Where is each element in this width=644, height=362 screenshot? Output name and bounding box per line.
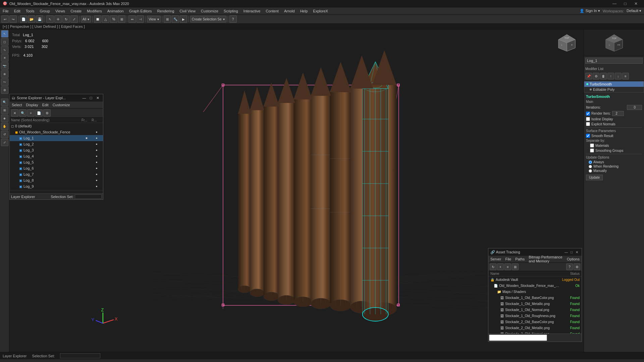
menu-item-scripting[interactable]: Scripting bbox=[221, 7, 241, 15]
titlebar-controls[interactable]: — □ ✕ bbox=[609, 0, 641, 7]
arc-rotate-button[interactable]: ↺ bbox=[1, 131, 8, 138]
menu-item-edit[interactable]: Edit bbox=[11, 7, 23, 15]
at-row[interactable]: 🔒Autodesk VaultLogged Out bbox=[488, 277, 582, 283]
se-row-log_7[interactable]: ▣Log_7● bbox=[10, 171, 103, 177]
se-menu-edit[interactable]: Edit bbox=[40, 102, 51, 108]
at-list-view-button[interactable]: ≡ bbox=[504, 263, 511, 270]
ts-isoline-checkbox[interactable] bbox=[586, 117, 590, 121]
ts-smoothing-groups-checkbox[interactable] bbox=[590, 148, 594, 153]
ts-render-iters-input[interactable] bbox=[612, 111, 624, 116]
at-grid-view-button[interactable]: ⊞ bbox=[512, 263, 519, 270]
right-panel-cube[interactable]: TOP FR L bbox=[584, 29, 644, 56]
ts-explicit-checkbox[interactable] bbox=[586, 122, 590, 126]
at-row[interactable]: 🖼Stockade_1_Old_Metallic.pngFound bbox=[488, 301, 582, 307]
ts-always-radio[interactable] bbox=[589, 161, 592, 164]
at-settings-button[interactable]: ⚙ bbox=[574, 263, 580, 270]
ts-render-iters-checkbox[interactable] bbox=[586, 112, 590, 116]
pan-button[interactable]: ✋ bbox=[1, 123, 8, 130]
se-row-0-(default)[interactable]: ◻0 (default) bbox=[10, 123, 103, 129]
angle-snap-button[interactable]: △ bbox=[102, 15, 109, 23]
asset-tracking-list[interactable]: 🔒Autodesk VaultLogged Out📄Old_Wooden_Sto… bbox=[488, 277, 582, 334]
close-button[interactable]: ✕ bbox=[631, 0, 641, 7]
create-spacewarps-button[interactable]: 〜 bbox=[1, 78, 8, 86]
rotate-button[interactable]: ↻ bbox=[62, 15, 70, 23]
at-close-button[interactable]: ✕ bbox=[574, 249, 580, 255]
menu-item-customize[interactable]: Customize bbox=[198, 7, 221, 15]
save-button[interactable]: 💾 bbox=[36, 15, 43, 23]
se-row-log_4[interactable]: ▣Log_4● bbox=[10, 153, 103, 159]
se-add-object-button[interactable]: 📄 bbox=[35, 109, 43, 117]
at-row[interactable]: 🖼Stockade_2_Old_Metallic.pngFound bbox=[488, 325, 582, 331]
spinner-snap-button[interactable]: ⊞ bbox=[118, 15, 125, 23]
menu-item-create[interactable]: Create bbox=[68, 7, 84, 15]
ts-when-rendering-radio[interactable] bbox=[589, 165, 592, 168]
at-row[interactable]: 🖼Stockade_1_Old_Normal.pngFound bbox=[488, 307, 582, 313]
at-menu-bitmap-performance-and-memory[interactable]: Bitmap Performance and Memory bbox=[527, 256, 565, 262]
snap-toggle-button[interactable]: 🔲 bbox=[94, 15, 101, 23]
menu-item-content[interactable]: Content bbox=[263, 7, 281, 15]
undo-button[interactable]: ↩ bbox=[1, 15, 9, 23]
new-button[interactable]: 📄 bbox=[20, 15, 27, 23]
asset-tracking-titlebar[interactable]: 🔗 Asset Tracking — □ ✕ bbox=[488, 248, 582, 256]
sign-in-button[interactable]: 👤 Sign In ▾ bbox=[580, 9, 600, 13]
move-button[interactable]: ✛ bbox=[54, 15, 62, 23]
create-shapes-button[interactable]: ∿ bbox=[1, 46, 8, 54]
at-search-input[interactable] bbox=[489, 335, 547, 341]
at-minimize-button[interactable]: — bbox=[564, 249, 569, 255]
se-minimize-button[interactable]: — bbox=[81, 94, 88, 102]
se-menu-select[interactable]: Select bbox=[10, 102, 24, 108]
se-row-log_6[interactable]: ▣Log_6● bbox=[10, 165, 103, 171]
nav-cube[interactable]: TOP R L bbox=[557, 33, 577, 54]
at-controls[interactable]: — □ ✕ bbox=[564, 249, 580, 255]
at-row[interactable]: 📁Maps / Shaders bbox=[488, 289, 582, 295]
field-of-view-button[interactable]: ◈ bbox=[1, 115, 8, 122]
menu-item-modifiers[interactable]: Modifiers bbox=[84, 7, 105, 15]
workspaces-dropdown[interactable]: Default ▾ bbox=[627, 9, 641, 13]
ts-iterations-input[interactable] bbox=[627, 105, 642, 110]
scene-explorer-list[interactable]: ◻0 (default)◼Old_Wooden_Stockade_Fence●▣… bbox=[10, 123, 103, 190]
select-filter-dropdown[interactable]: All ▾ bbox=[81, 16, 91, 22]
menu-item-group[interactable]: Group bbox=[37, 7, 53, 15]
select-button[interactable]: ↖ bbox=[46, 15, 54, 23]
open-button[interactable]: 📂 bbox=[28, 15, 35, 23]
menu-item-tools[interactable]: Tools bbox=[23, 7, 37, 15]
minimize-button[interactable]: — bbox=[609, 0, 620, 7]
modifier-extra-button[interactable]: ≡ bbox=[622, 73, 629, 79]
align-button[interactable]: ⊣ bbox=[137, 15, 144, 23]
at-add-button[interactable]: + bbox=[497, 263, 504, 270]
render-button[interactable]: ▶ bbox=[180, 15, 187, 23]
modifier-settings-button[interactable]: ⚙ bbox=[593, 73, 599, 79]
at-row[interactable]: 🖼Stockade_2_Old_Normal.pngFound bbox=[488, 331, 582, 334]
create-systems-button[interactable]: ⚙ bbox=[1, 86, 8, 94]
se-row-log_1[interactable]: ▣Log_1■● bbox=[10, 135, 103, 141]
se-settings-button[interactable]: ⚙ bbox=[43, 109, 51, 117]
layer-button[interactable]: ⊞ bbox=[164, 15, 171, 23]
at-maximize-button[interactable]: □ bbox=[569, 249, 574, 255]
turbosmooth-modifier-item[interactable]: TurboSmooth bbox=[584, 81, 644, 87]
menu-item-help[interactable]: Help bbox=[298, 7, 311, 15]
create-cameras-button[interactable]: 📷 bbox=[1, 62, 8, 70]
pin-modifier-button[interactable]: 📌 bbox=[585, 73, 592, 79]
se-row-log_9[interactable]: ▣Log_9● bbox=[10, 183, 103, 189]
at-menu-paths[interactable]: Paths bbox=[513, 256, 527, 262]
scene-explorer-titlebar[interactable]: 🗂 Scene Explorer - Layer Expl... — □ ✕ bbox=[10, 94, 103, 102]
se-close-button[interactable]: ✕ bbox=[94, 94, 101, 102]
se-maximize-button[interactable]: □ bbox=[88, 94, 94, 102]
mirror-button[interactable]: ⇔ bbox=[128, 15, 136, 23]
menu-item-animation[interactable]: Animation bbox=[105, 7, 126, 15]
at-menu-server[interactable]: Server bbox=[488, 256, 503, 262]
maximize-button[interactable]: □ bbox=[620, 0, 631, 7]
at-help-button[interactable]: ? bbox=[566, 263, 573, 270]
at-menu-file[interactable]: File bbox=[503, 256, 513, 262]
zoom-button[interactable]: 🔍 bbox=[1, 99, 8, 106]
view-dropdown[interactable]: View ▾ bbox=[147, 16, 161, 22]
se-row-log_8[interactable]: ▣Log_8● bbox=[10, 177, 103, 183]
menu-item-file[interactable]: File bbox=[0, 7, 11, 15]
percent-snap-button[interactable]: % bbox=[110, 15, 117, 23]
zoom-all-button[interactable]: ⊞ bbox=[1, 107, 8, 114]
modifier-delete-button[interactable]: 🗑 bbox=[600, 73, 607, 79]
se-row-log_5[interactable]: ▣Log_5● bbox=[10, 159, 103, 165]
selection-set-footer-input[interactable] bbox=[75, 194, 102, 199]
create-helpers-button[interactable]: ⊕ bbox=[1, 70, 8, 78]
menu-item-civil-view[interactable]: Civil View bbox=[177, 7, 198, 15]
